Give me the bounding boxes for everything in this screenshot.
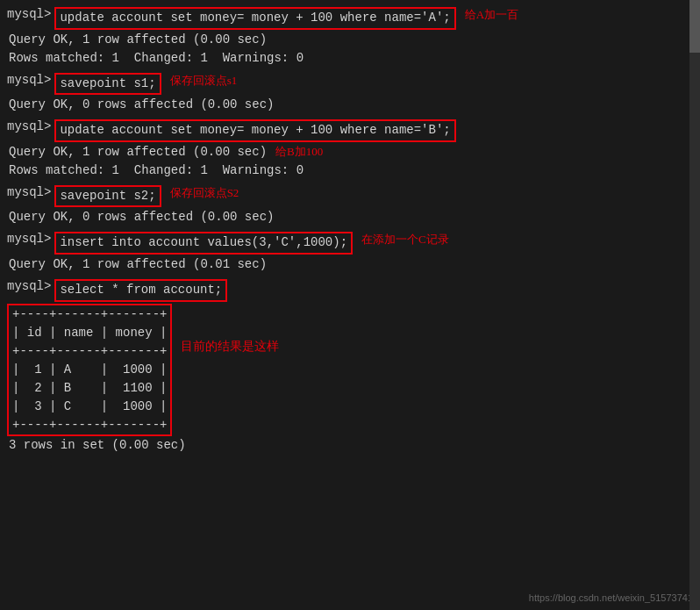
table-line-4: | 2 | B | 1100 | [9, 379, 170, 398]
prompt-line-4: mysql> savepoint s2; 保存回滚点S2 [7, 185, 691, 208]
table-annotation: 目前的结果是这样 [181, 339, 279, 355]
prompt-6: mysql> [7, 279, 51, 293]
table-line-5: | 3 | C | 1000 | [9, 398, 170, 416]
result-2a: Query OK, 0 rows affected (0.00 sec) [9, 96, 691, 114]
terminal: mysql> update account set money= money +… [0, 0, 700, 610]
watermark: https://blog.csdn.net/weixin_51573741 [529, 592, 693, 603]
prompt-2: mysql> [7, 73, 51, 87]
sql-box-3: update account set money= money + 100 wh… [54, 119, 455, 142]
table-line-3: | 1 | A | 1000 | [9, 361, 170, 379]
annotation-4: 保存回滚点S2 [170, 185, 239, 201]
block-2: mysql> savepoint s1; 保存回滚点s1 Query OK, 0… [7, 73, 691, 115]
result-3a: Query OK, 1 row affected (0.00 sec) [9, 143, 267, 161]
annotation-1: 给A加一百 [465, 7, 518, 23]
scrollbar-thumb[interactable] [689, 0, 700, 53]
block-5: mysql> insert into account values(3,'C',… [7, 232, 691, 274]
result-4a: Query OK, 0 rows affected (0.00 sec) [9, 208, 691, 226]
block-4: mysql> savepoint s2; 保存回滚点S2 Query OK, 0… [7, 185, 691, 227]
prompt-line-6: mysql> select * from account; [7, 279, 691, 302]
prompt-3: mysql> [7, 119, 51, 133]
result-3-container: Query OK, 1 row affected (0.00 sec) 给B加1… [7, 143, 691, 161]
table-line-2: +----+------+-------+ [9, 342, 170, 361]
annotation-2: 保存回滚点s1 [170, 73, 238, 89]
sql-box-5: insert into account values(3,'C',1000); [54, 232, 353, 255]
scrollbar[interactable] [689, 0, 700, 610]
prompt-1: mysql> [7, 7, 51, 21]
table-line-0: +----+------+-------+ [9, 305, 170, 324]
prompt-5: mysql> [7, 232, 51, 246]
block-1: mysql> update account set money= money +… [7, 7, 691, 68]
block-3: mysql> update account set money= money +… [7, 119, 691, 180]
sql-box-1: update account set money= money + 100 wh… [54, 7, 455, 30]
annotation-3: 给B加100 [275, 144, 323, 160]
sql-box-6: select * from account; [54, 279, 227, 302]
result-3b: Rows matched: 1 Changed: 1 Warnings: 0 [9, 161, 691, 180]
prompt-line-3: mysql> update account set money= money +… [7, 119, 691, 142]
sql-box-2: savepoint s1; [54, 73, 161, 96]
annotation-5: 在添加一个C记录 [361, 232, 449, 248]
result-5a: Query OK, 1 row affected (0.01 sec) [9, 255, 691, 274]
prompt-line-2: mysql> savepoint s1; 保存回滚点s1 [7, 73, 691, 96]
result-1b: Rows matched: 1 Changed: 1 Warnings: 0 [9, 49, 691, 68]
block-6-select: mysql> select * from account; +----+----… [7, 279, 691, 455]
result-table: +----+------+-------+ | id | name | mone… [7, 304, 172, 436]
sql-box-4: savepoint s2; [54, 185, 161, 208]
result-1a: Query OK, 1 row affected (0.00 sec) [9, 31, 691, 49]
prompt-line-5: mysql> insert into account values(3,'C',… [7, 232, 691, 255]
prompt-line-1: mysql> update account set money= money +… [7, 7, 691, 30]
prompt-4: mysql> [7, 185, 51, 199]
table-line-1: | id | name | money | [9, 324, 170, 342]
table-line-6: +----+------+-------+ [9, 416, 170, 434]
select-footer: 3 rows in set (0.00 sec) [9, 436, 691, 455]
